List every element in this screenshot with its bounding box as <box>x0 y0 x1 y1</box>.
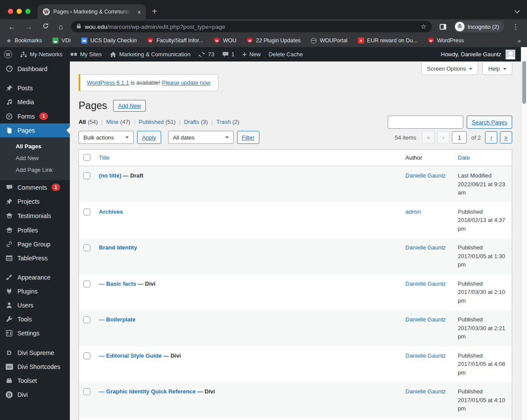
sidebar-item-plugins[interactable]: Plugins <box>0 284 70 298</box>
page-title-link[interactable]: Brand Identity <box>99 244 137 251</box>
screen-options-button[interactable]: Screen Options <box>421 63 479 75</box>
dates-filter-select[interactable]: All dates <box>168 131 234 144</box>
bookmark-eur-reward[interactable]: + EUR reward on Du... <box>358 38 417 44</box>
bookmarks-overflow-icon[interactable]: » <box>518 38 521 44</box>
updates-menu[interactable]: 73 <box>194 47 218 61</box>
row-checkbox[interactable] <box>83 208 90 215</box>
delete-cache-menu[interactable]: Delete Cache <box>265 47 307 61</box>
new-tab-button[interactable]: + <box>146 7 163 19</box>
bookmark-wouportal[interactable]: WOUPortal <box>311 38 347 44</box>
page-title-link[interactable]: (no title) <box>99 172 121 179</box>
page-scrollbar[interactable] <box>521 47 527 420</box>
sidebar-item-comments[interactable]: Comments 1 <box>0 180 70 195</box>
sidebar-item-settings[interactable]: Settings <box>0 326 70 340</box>
view-trash[interactable]: Trash <box>216 119 231 125</box>
sidebar-item-divi-shortcodes[interactable]: </> Divi Shortcodes <box>0 360 70 374</box>
url-bar[interactable]: wou.edu/marcom/wp-admin/edit.php?post_ty… <box>71 21 431 32</box>
home-icon[interactable]: ⌂ <box>55 23 67 31</box>
help-button[interactable]: Help <box>482 63 512 75</box>
view-mine[interactable]: Mine <box>106 119 118 125</box>
add-new-button[interactable]: Add New <box>113 100 146 112</box>
sidebar-item-toolset[interactable]: Toolset <box>0 374 70 388</box>
page-title-link[interactable]: — Boilerplate <box>99 316 136 323</box>
bookmark-star-icon[interactable]: ☆ <box>420 23 426 31</box>
author-link[interactable]: Danielle Gauntz <box>406 280 446 287</box>
sidebar-item-forms[interactable]: Forms 1 <box>0 109 70 123</box>
sidebar-item-dashboard[interactable]: Dashboard <box>0 61 70 76</box>
bookmark-wordpress[interactable]: W WordPress <box>428 38 464 44</box>
author-link[interactable]: Danielle Gauntz <box>406 316 446 323</box>
author-link[interactable]: Danielle Gauntz <box>406 352 446 359</box>
close-window-button[interactable] <box>8 9 13 14</box>
author-link[interactable]: Danielle Gauntz <box>406 388 446 395</box>
sort-by-title[interactable]: Title <box>99 154 110 161</box>
back-icon[interactable]: ← <box>4 23 20 31</box>
bookmarks-folder[interactable]: ★ Bookmarks <box>6 37 42 44</box>
my-sites-menu[interactable]: My Sites <box>66 47 106 61</box>
sidebar-item-tools[interactable]: Tools <box>0 312 70 326</box>
view-all[interactable]: All <box>79 119 86 125</box>
browser-menu-icon[interactable]: ⋮ <box>509 23 523 31</box>
incognito-badge[interactable]: Incognito (2) <box>454 21 504 32</box>
page-title-link[interactable]: — Graphic Identity Quick Reference <box>99 388 196 395</box>
row-checkbox[interactable] <box>83 352 90 359</box>
next-page-button[interactable]: › <box>485 131 497 143</box>
last-page-button[interactable]: » <box>500 131 512 143</box>
avatar[interactable] <box>505 49 516 60</box>
site-name-menu[interactable]: Marketing & Communication <box>106 47 194 61</box>
current-page-input[interactable] <box>452 131 467 143</box>
submenu-add-new[interactable]: Add New <box>0 152 70 164</box>
page-title-link[interactable]: — Editorial Style Guide <box>99 352 162 359</box>
row-checkbox[interactable] <box>83 388 90 395</box>
bookmark-wou[interactable]: W WOU <box>214 38 237 44</box>
update-now-link[interactable]: Please update now <box>162 79 210 86</box>
chevron-down-icon[interactable] <box>514 8 520 14</box>
row-checkbox[interactable] <box>83 316 90 323</box>
author-link[interactable]: Danielle Gauntz <box>406 244 446 251</box>
sidebar-item-profiles[interactable]: Profiles <box>0 223 70 237</box>
sidebar-item-appearance[interactable]: Appearance <box>0 270 70 284</box>
sidebar-item-tablepress[interactable]: TablePress <box>0 251 70 265</box>
sidebar-item-divi[interactable]: D Divi <box>0 388 70 402</box>
side-panel-icon[interactable] <box>440 24 446 30</box>
reload-icon[interactable] <box>38 23 53 31</box>
sidebar-item-users[interactable]: Users <box>0 298 70 312</box>
page-title-link[interactable]: Archives <box>99 208 123 215</box>
sidebar-item-projects[interactable]: Projects <box>0 195 70 208</box>
bookmark-plugin-updates[interactable]: W 22 Plugin Updates <box>247 38 300 44</box>
author-link[interactable]: admin <box>406 208 421 215</box>
sidebar-item-page-group[interactable]: Page Group <box>0 237 70 251</box>
my-networks-menu[interactable]: My Networks <box>16 47 66 61</box>
select-all-checkbox[interactable] <box>83 154 90 161</box>
filter-button[interactable]: Filter <box>237 131 259 144</box>
bulk-actions-select[interactable]: Bulk actions <box>79 131 134 144</box>
sidebar-item-posts[interactable]: Posts <box>0 81 70 95</box>
view-drafts[interactable]: Drafts <box>184 119 199 125</box>
page-title-link[interactable]: — Basic facts <box>99 280 136 287</box>
minimize-window-button[interactable] <box>17 9 22 14</box>
bookmark-faculty-staff[interactable]: W Faculty/Staff Infor... <box>147 38 203 44</box>
submenu-all-pages[interactable]: All Pages <box>0 140 70 152</box>
sidebar-item-divi-supreme[interactable]: D Divi Supreme <box>0 345 70 360</box>
sort-by-date[interactable]: Date <box>458 154 470 161</box>
row-checkbox[interactable] <box>83 172 90 179</box>
zoom-window-button[interactable] <box>25 9 31 14</box>
sidebar-item-media[interactable]: Media <box>0 95 70 109</box>
wp-logo-menu[interactable]: W <box>0 47 16 61</box>
row-checkbox[interactable] <box>83 280 90 287</box>
new-content-menu[interactable]: + New <box>238 47 265 61</box>
forward-icon[interactable]: → <box>21 23 37 31</box>
scrollbar-thumb[interactable] <box>522 61 526 104</box>
sidebar-item-pages[interactable]: Pages <box>0 123 70 137</box>
apply-button[interactable]: Apply <box>137 131 161 144</box>
update-version-link[interactable]: WordPress 6.1.1 <box>87 79 129 86</box>
search-pages-button[interactable]: Search Pages <box>467 116 512 129</box>
search-input[interactable] <box>388 116 463 129</box>
bookmark-vdi[interactable]: VDI <box>52 38 71 44</box>
author-link[interactable]: Danielle Gauntz <box>406 172 446 179</box>
bookmark-ucs-daily-checkin[interactable]: UCS Daily Checkin <box>81 38 137 44</box>
view-published[interactable]: Published <box>139 119 164 125</box>
howdy-label[interactable]: Howdy, Danielle Gauntz <box>441 51 502 58</box>
browser-tab[interactable]: W Pages ‹ Marketing & Communic × <box>38 4 146 19</box>
tab-close-icon[interactable]: × <box>136 8 142 16</box>
